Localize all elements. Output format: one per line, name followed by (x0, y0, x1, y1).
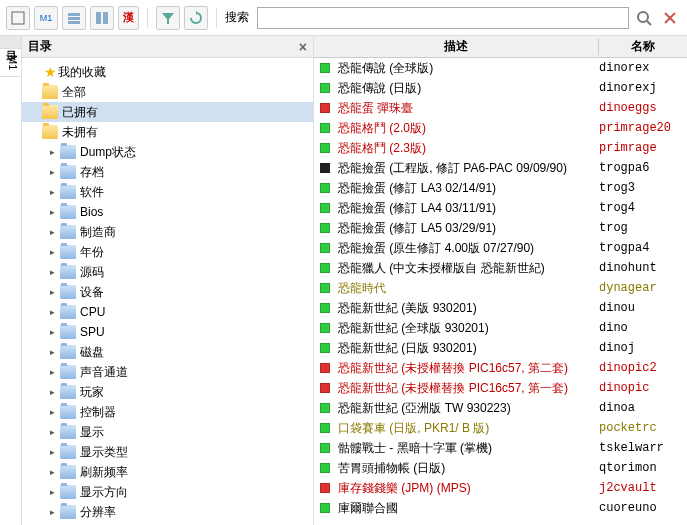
table-row[interactable]: 骷髏戰士 - 黑暗十字軍 (掌機)tskelwarr (314, 438, 687, 458)
tree-item[interactable]: ▸显示类型 (22, 442, 313, 462)
expander-icon[interactable]: ▸ (46, 506, 58, 518)
toolbar-filter-icon[interactable] (156, 6, 180, 30)
table-row[interactable]: 恐龍格鬥 (2.3版)primrage (314, 138, 687, 158)
toolbar-btn-hanzi[interactable]: 漢 (118, 6, 139, 30)
table-row[interactable]: 恐龍撿蛋 (工程版, 修訂 PA6-PAC 09/09/90)trogpa6 (314, 158, 687, 178)
column-name[interactable]: 名称 (599, 38, 687, 55)
tree-item[interactable]: ▸显示方向 (22, 482, 313, 502)
table-row[interactable]: 恐龍時代dynagear (314, 278, 687, 298)
tree-item[interactable]: ▸Dump状态 (22, 142, 313, 162)
table-row[interactable]: 庫存錢錢樂 (JPM) (MPS)j2cvault (314, 478, 687, 498)
table-row[interactable]: 恐龍傳說 (日版)dinorexj (314, 78, 687, 98)
row-description: 骷髏戰士 - 黑暗十字軍 (掌機) (338, 440, 599, 457)
row-name: pocketrc (599, 421, 681, 435)
table-row[interactable]: 恐龍格鬥 (2.0版)primrage20 (314, 118, 687, 138)
row-description: 恐龍新世紀 (全球版 930201) (338, 320, 599, 337)
table-row[interactable]: 恐龍新世紀 (日版 930201)dinoj (314, 338, 687, 358)
row-description: 恐龍新世紀 (日版 930201) (338, 340, 599, 357)
search-button[interactable] (633, 7, 655, 29)
row-description: 恐龍撿蛋 (修訂 LA5 03/29/91) (338, 220, 599, 237)
column-description[interactable]: 描述 (314, 38, 599, 55)
toolbar-btn-m1[interactable]: M1 (34, 6, 58, 30)
expander-icon[interactable] (28, 126, 40, 138)
expander-icon[interactable]: ▸ (46, 226, 58, 238)
side-tab-directory[interactable]: 目录 (0, 36, 21, 49)
tree-item[interactable]: 未拥有 (22, 122, 313, 142)
tree-item[interactable]: ▸制造商 (22, 222, 313, 242)
expander-icon[interactable]: ▸ (46, 406, 58, 418)
table-row[interactable]: 庫爾聯合國cuoreuno (314, 498, 687, 518)
tree-item[interactable]: ★我的收藏 (22, 62, 313, 82)
table-row[interactable]: 恐龍新世紀 (亞洲版 TW 930223)dinoa (314, 398, 687, 418)
toolbar-refresh-icon[interactable] (184, 6, 208, 30)
tree-item[interactable]: ▸声音通道 (22, 362, 313, 382)
table-row[interactable]: 口袋賽車 (日版, PKR1/ B 版)pocketrc (314, 418, 687, 438)
table-row[interactable]: 恐龍撿蛋 (修訂 LA5 03/29/91)trog (314, 218, 687, 238)
expander-icon[interactable]: ▸ (46, 166, 58, 178)
tree-item[interactable]: ▸软件 (22, 182, 313, 202)
expander-icon[interactable]: ▸ (46, 386, 58, 398)
table-row[interactable]: 恐龍新世紀 (未授權替換 PIC16c57, 第一套)dinopic (314, 378, 687, 398)
tree-item[interactable]: ▸年份 (22, 242, 313, 262)
expander-icon[interactable]: ▸ (46, 366, 58, 378)
tree-item-label: 显示 (80, 424, 104, 441)
table-row[interactable]: 恐龍新世紀 (美版 930201)dinou (314, 298, 687, 318)
row-name: dinoj (599, 341, 681, 355)
tree-item[interactable]: ▸源码 (22, 262, 313, 282)
tree-item[interactable]: ▸存档 (22, 162, 313, 182)
expander-icon[interactable]: ▸ (46, 426, 58, 438)
expander-icon[interactable]: ▸ (46, 486, 58, 498)
tree-item[interactable]: ▸SPU (22, 322, 313, 342)
tree-header: 目录 × (22, 36, 313, 58)
row-name: dinorexj (599, 81, 681, 95)
expander-icon[interactable]: ▸ (46, 286, 58, 298)
tree-item[interactable]: ▸Bios (22, 202, 313, 222)
tree-item[interactable]: ▸玩家 (22, 382, 313, 402)
clear-search-button[interactable] (659, 7, 681, 29)
expander-icon[interactable] (28, 106, 40, 118)
table-row[interactable]: 恐龍撿蛋 (原生修訂 4.00版 07/27/90)trogpa4 (314, 238, 687, 258)
expander-icon[interactable]: ▸ (46, 446, 58, 458)
table-row[interactable]: 恐龍新世紀 (未授權替換 PIC16c57, 第二套)dinopic2 (314, 358, 687, 378)
table-row[interactable]: 恐龍獵人 (中文未授權版自 恐龍新世紀)dinohunt (314, 258, 687, 278)
expander-icon[interactable]: ▸ (46, 466, 58, 478)
toolbar-btn-4[interactable] (90, 6, 114, 30)
table-row[interactable]: 恐龍蛋 彈珠臺dinoeggs (314, 98, 687, 118)
tree-item[interactable]: ▸分辨率 (22, 502, 313, 522)
tree-item[interactable]: ▸控制器 (22, 402, 313, 422)
expander-icon[interactable]: ▸ (46, 306, 58, 318)
row-description: 恐龍格鬥 (2.0版) (338, 120, 599, 137)
table-row[interactable]: 恐龍新世紀 (全球版 930201)dino (314, 318, 687, 338)
tree-item[interactable]: ▸显示 (22, 422, 313, 442)
tree-item-label: 全部 (62, 84, 86, 101)
tree-item[interactable]: ▸磁盘 (22, 342, 313, 362)
expander-icon[interactable]: ▸ (46, 206, 58, 218)
tree-item[interactable]: ▸刷新频率 (22, 462, 313, 482)
tree-item[interactable]: 全部 (22, 82, 313, 102)
close-icon[interactable]: × (299, 39, 307, 55)
expander-icon[interactable]: ▸ (46, 326, 58, 338)
table-row[interactable]: 恐龍撿蛋 (修訂 LA4 03/11/91)trog4 (314, 198, 687, 218)
tree-item-label: 软件 (80, 184, 104, 201)
expander-icon[interactable]: ▸ (46, 266, 58, 278)
toolbar-btn-1[interactable] (6, 6, 30, 30)
table-row[interactable]: 恐龍撿蛋 (修訂 LA3 02/14/91)trog3 (314, 178, 687, 198)
tree-item[interactable]: ▸CPU (22, 302, 313, 322)
expander-icon[interactable]: ▸ (46, 146, 58, 158)
tree-item[interactable]: ▸设备 (22, 282, 313, 302)
side-tab-m1[interactable]: M1 (0, 49, 21, 77)
folder-icon (60, 485, 76, 499)
tree-title: 目录 (28, 38, 52, 55)
tree-item[interactable]: 已拥有 (22, 102, 313, 122)
toolbar-btn-3[interactable] (62, 6, 86, 30)
search-input[interactable] (257, 7, 629, 29)
row-name: qtorimon (599, 461, 681, 475)
expander-icon[interactable] (28, 66, 40, 78)
expander-icon[interactable]: ▸ (46, 186, 58, 198)
table-row[interactable]: 恐龍傳說 (全球版)dinorex (314, 58, 687, 78)
expander-icon[interactable]: ▸ (46, 246, 58, 258)
expander-icon[interactable]: ▸ (46, 346, 58, 358)
table-row[interactable]: 苦胃頭捕物帳 (日版)qtorimon (314, 458, 687, 478)
svg-rect-0 (12, 12, 24, 24)
expander-icon[interactable] (28, 86, 40, 98)
